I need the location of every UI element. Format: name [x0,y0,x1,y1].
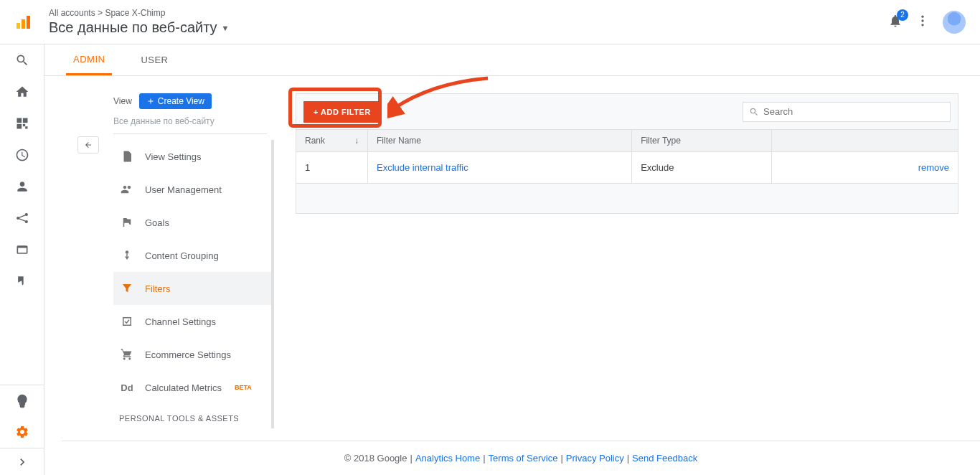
tab-user[interactable]: USER [133,44,175,75]
svg-rect-17 [123,318,131,326]
main-panel: + ADD FILTER Rank ↓ Filter Name Fil [274,76,980,475]
search-icon [749,107,759,117]
notification-badge: 2 [897,9,908,21]
channel-icon [119,315,135,328]
svg-point-4 [921,19,923,22]
beta-badge: BETA [235,384,252,391]
header-actions: 2 [888,11,966,34]
rail-realtime[interactable] [0,139,44,171]
svg-rect-7 [22,118,27,123]
sidebar-label: User Management [145,184,222,195]
current-view-name[interactable]: Все данные по веб-сайту [113,116,267,134]
footer-home[interactable]: Analytics Home [415,453,480,464]
search-box[interactable] [743,102,951,122]
table-row: 1 Exclude internal traffic Exclude remov… [296,152,958,184]
sidebar: View Settings User Management Goals Cont… [113,140,274,428]
sidebar-item-content-grouping[interactable]: Content Grouping [113,239,271,272]
col-rank[interactable]: Rank ↓ [296,130,368,152]
filter-link[interactable]: Exclude internal traffic [377,162,468,173]
rail-customization[interactable] [0,108,44,139]
sidebar-label: Filters [145,283,170,294]
svg-point-11 [17,217,19,220]
footer-copyright: © 2018 Google [344,453,407,464]
svg-point-12 [24,213,27,216]
breadcrumb-area: All accounts > Space X-Chimp Все данные … [49,8,888,36]
sidebar-item-goals[interactable]: Goals [113,206,271,239]
people-icon [119,183,135,196]
breadcrumb-account: Space X-Chimp [105,8,165,18]
create-view-label: Create View [158,96,204,106]
sidebar-label: View Settings [145,151,202,162]
notifications-button[interactable]: 2 [888,14,903,31]
toolbar: + ADD FILTER [296,93,958,129]
sidebar-item-user-management[interactable]: User Management [113,173,271,206]
rail-expand[interactable] [0,448,44,475]
svg-rect-2 [27,16,30,29]
sidebar-wrap: View Create View Все данные по веб-сайту… [44,76,274,475]
col-filter-type[interactable]: Filter Type [632,130,772,152]
svg-rect-10 [25,126,27,128]
svg-rect-1 [22,19,25,29]
sidebar-label: Content Grouping [145,250,219,261]
sidebar-label: Ecommerce Settings [145,349,231,360]
cell-action: remove [772,152,958,184]
analytics-logo[interactable] [14,14,32,31]
svg-point-3 [921,15,923,17]
tabs: ADMIN USER [44,44,980,76]
svg-rect-15 [17,246,27,248]
sidebar-item-view-settings[interactable]: View Settings [113,140,271,173]
cell-filter-name: Exclude internal traffic [368,152,632,184]
content: ADMIN USER View Create View Все данные п… [44,44,980,475]
view-title[interactable]: Все данные по веб-сайту ▼ [49,19,888,36]
cell-rank: 1 [296,152,368,184]
footer-feedback[interactable]: Send Feedback [632,453,697,464]
main: View Create View Все данные по веб-сайту… [44,76,980,475]
tab-admin[interactable]: ADMIN [66,44,112,75]
sidebar-label: Goals [145,217,169,228]
sidebar-section-personal: PERSONAL TOOLS & ASSETS [113,404,271,428]
svg-rect-0 [17,23,20,29]
svg-rect-9 [22,124,24,126]
sidebar-label: Calculated Metrics [145,382,222,393]
left-rail [0,44,44,475]
sidebar-item-channel-settings[interactable]: Channel Settings [113,305,271,338]
rail-behavior[interactable] [0,234,44,265]
back-button[interactable] [77,136,99,154]
breadcrumb[interactable]: All accounts > Space X-Chimp [49,8,888,18]
col-action [772,130,958,152]
column-label: View [113,96,132,106]
cart-icon [119,348,135,361]
sidebar-item-filters[interactable]: Filters [113,272,271,305]
svg-point-13 [24,220,27,223]
sidebar-item-ecommerce-settings[interactable]: Ecommerce Settings [113,338,271,371]
filter-icon [119,282,135,295]
sidebar-label: Channel Settings [145,316,216,327]
svg-rect-8 [17,124,22,129]
footer-terms[interactable]: Terms of Service [489,453,558,464]
app-header: All accounts > Space X-Chimp Все данные … [0,0,980,44]
footer-privacy[interactable]: Privacy Policy [566,453,624,464]
rail-conversions[interactable] [0,265,44,297]
rail-discover[interactable] [0,385,44,416]
rail-admin[interactable] [0,416,44,448]
svg-point-5 [921,24,923,26]
more-menu-button[interactable] [915,14,930,31]
rail-audience[interactable] [0,171,44,202]
create-view-button[interactable]: Create View [139,93,212,109]
sidebar-item-calculated-metrics[interactable]: Dd Calculated Metrics BETA [113,371,271,404]
filters-table: Rank ↓ Filter Name Filter Type 1 Exclude… [296,129,958,184]
rail-search[interactable] [0,44,44,76]
rail-acquisition[interactable] [0,202,44,234]
rail-home[interactable] [0,76,44,108]
user-avatar[interactable] [943,11,966,34]
chevron-down-icon: ▼ [222,24,230,32]
col-filter-name[interactable]: Filter Name [368,130,632,152]
footer: © 2018 Google | Analytics Home | Terms o… [62,441,980,475]
remove-link[interactable]: remove [918,162,949,173]
search-input[interactable] [763,106,944,117]
dd-icon: Dd [119,382,135,393]
svg-point-16 [126,250,129,254]
add-filter-button[interactable]: + ADD FILTER [303,101,381,123]
breadcrumb-prefix: All accounts [49,8,95,18]
table-footer [296,184,958,214]
